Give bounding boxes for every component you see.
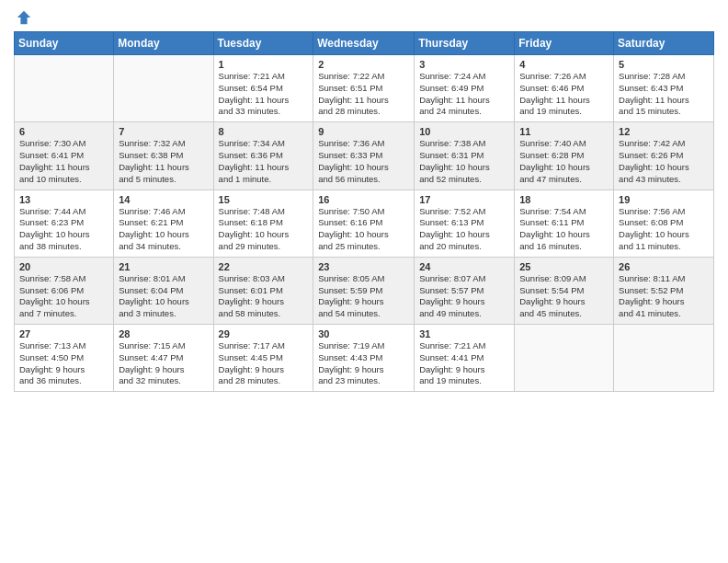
calendar-cell — [114, 55, 213, 122]
day-number: 17 — [419, 194, 509, 205]
day-info: Sunrise: 7:30 AM Sunset: 6:41 PM Dayligh… — [19, 138, 108, 185]
day-info: Sunrise: 7:50 AM Sunset: 6:16 PM Dayligh… — [318, 206, 409, 253]
calendar-cell: 19Sunrise: 7:56 AM Sunset: 6:08 PM Dayli… — [614, 190, 714, 257]
day-number: 15 — [219, 194, 309, 205]
day-info: Sunrise: 7:44 AM Sunset: 6:23 PM Dayligh… — [19, 206, 108, 253]
day-number: 14 — [119, 194, 208, 205]
day-info: Sunrise: 8:07 AM Sunset: 5:57 PM Dayligh… — [419, 273, 509, 320]
day-number: 26 — [619, 261, 709, 272]
day-info: Sunrise: 7:34 AM Sunset: 6:36 PM Dayligh… — [219, 138, 309, 185]
day-number: 22 — [219, 261, 309, 272]
day-info: Sunrise: 7:54 AM Sunset: 6:11 PM Dayligh… — [519, 206, 609, 253]
calendar-cell: 7Sunrise: 7:32 AM Sunset: 6:38 PM Daylig… — [114, 122, 213, 190]
day-number: 23 — [318, 261, 409, 272]
calendar-cell: 12Sunrise: 7:42 AM Sunset: 6:26 PM Dayli… — [614, 122, 714, 190]
day-number: 2 — [318, 59, 409, 70]
calendar-cell: 16Sunrise: 7:50 AM Sunset: 6:16 PM Dayli… — [313, 190, 415, 257]
calendar-cell: 3Sunrise: 7:24 AM Sunset: 6:49 PM Daylig… — [415, 55, 515, 122]
calendar-cell: 14Sunrise: 7:46 AM Sunset: 6:21 PM Dayli… — [114, 190, 213, 257]
calendar-cell: 20Sunrise: 7:58 AM Sunset: 6:06 PM Dayli… — [15, 257, 114, 324]
day-info: Sunrise: 7:46 AM Sunset: 6:21 PM Dayligh… — [119, 206, 208, 253]
calendar-cell: 28Sunrise: 7:15 AM Sunset: 4:47 PM Dayli… — [114, 325, 213, 392]
day-info: Sunrise: 7:28 AM Sunset: 6:43 PM Dayligh… — [619, 71, 709, 118]
day-number: 31 — [419, 328, 509, 339]
day-info: Sunrise: 8:11 AM Sunset: 5:52 PM Dayligh… — [619, 273, 709, 320]
day-info: Sunrise: 7:52 AM Sunset: 6:13 PM Dayligh… — [419, 206, 509, 253]
day-number: 25 — [519, 261, 609, 272]
page: SundayMondayTuesdayWednesdayThursdayFrid… — [0, 0, 728, 563]
calendar-cell: 1Sunrise: 7:21 AM Sunset: 6:54 PM Daylig… — [213, 55, 313, 122]
day-info: Sunrise: 7:32 AM Sunset: 6:38 PM Dayligh… — [119, 138, 208, 185]
day-number: 27 — [19, 328, 108, 339]
calendar-header-tuesday: Tuesday — [213, 32, 313, 55]
day-info: Sunrise: 7:17 AM Sunset: 4:45 PM Dayligh… — [219, 340, 309, 387]
day-info: Sunrise: 7:15 AM Sunset: 4:47 PM Dayligh… — [119, 340, 208, 387]
calendar-cell: 21Sunrise: 8:01 AM Sunset: 6:04 PM Dayli… — [114, 257, 213, 324]
calendar-cell: 17Sunrise: 7:52 AM Sunset: 6:13 PM Dayli… — [415, 190, 515, 257]
calendar-cell: 29Sunrise: 7:17 AM Sunset: 4:45 PM Dayli… — [213, 325, 313, 392]
day-info: Sunrise: 7:13 AM Sunset: 4:50 PM Dayligh… — [19, 340, 108, 387]
logo — [14, 9, 32, 26]
calendar-week-2: 13Sunrise: 7:44 AM Sunset: 6:23 PM Dayli… — [15, 190, 714, 257]
day-number: 20 — [19, 261, 108, 272]
calendar-cell: 2Sunrise: 7:22 AM Sunset: 6:51 PM Daylig… — [313, 55, 415, 122]
day-number: 29 — [219, 328, 309, 339]
calendar-header-monday: Monday — [114, 32, 213, 55]
calendar-header-saturday: Saturday — [614, 32, 714, 55]
day-number: 21 — [119, 261, 208, 272]
header — [14, 9, 714, 26]
calendar-cell: 10Sunrise: 7:38 AM Sunset: 6:31 PM Dayli… — [415, 122, 515, 190]
day-info: Sunrise: 7:26 AM Sunset: 6:46 PM Dayligh… — [519, 71, 609, 118]
calendar-header-row: SundayMondayTuesdayWednesdayThursdayFrid… — [15, 32, 714, 55]
calendar-cell: 18Sunrise: 7:54 AM Sunset: 6:11 PM Dayli… — [515, 190, 614, 257]
calendar-cell: 13Sunrise: 7:44 AM Sunset: 6:23 PM Dayli… — [15, 190, 114, 257]
calendar-cell: 8Sunrise: 7:34 AM Sunset: 6:36 PM Daylig… — [213, 122, 313, 190]
day-info: Sunrise: 8:03 AM Sunset: 6:01 PM Dayligh… — [219, 273, 309, 320]
calendar-cell: 31Sunrise: 7:21 AM Sunset: 4:41 PM Dayli… — [415, 325, 515, 392]
calendar-cell — [614, 325, 714, 392]
day-number: 19 — [619, 194, 709, 205]
calendar-week-0: 1Sunrise: 7:21 AM Sunset: 6:54 PM Daylig… — [15, 55, 714, 122]
logo-icon — [16, 9, 32, 26]
day-number: 18 — [519, 194, 609, 205]
calendar-cell: 11Sunrise: 7:40 AM Sunset: 6:28 PM Dayli… — [515, 122, 614, 190]
day-number: 10 — [419, 126, 509, 137]
calendar-cell: 5Sunrise: 7:28 AM Sunset: 6:43 PM Daylig… — [614, 55, 714, 122]
calendar-cell: 6Sunrise: 7:30 AM Sunset: 6:41 PM Daylig… — [15, 122, 114, 190]
calendar-week-4: 27Sunrise: 7:13 AM Sunset: 4:50 PM Dayli… — [15, 325, 714, 392]
calendar-cell: 24Sunrise: 8:07 AM Sunset: 5:57 PM Dayli… — [415, 257, 515, 324]
calendar-week-3: 20Sunrise: 7:58 AM Sunset: 6:06 PM Dayli… — [15, 257, 714, 324]
day-info: Sunrise: 8:09 AM Sunset: 5:54 PM Dayligh… — [519, 273, 609, 320]
day-info: Sunrise: 7:24 AM Sunset: 6:49 PM Dayligh… — [419, 71, 509, 118]
day-number: 7 — [119, 126, 208, 137]
day-number: 9 — [318, 126, 409, 137]
day-number: 8 — [219, 126, 309, 137]
day-number: 4 — [519, 59, 609, 70]
day-number: 28 — [119, 328, 208, 339]
day-number: 1 — [219, 59, 309, 70]
day-number: 11 — [519, 126, 609, 137]
calendar-cell: 4Sunrise: 7:26 AM Sunset: 6:46 PM Daylig… — [515, 55, 614, 122]
calendar-header-sunday: Sunday — [15, 32, 114, 55]
day-info: Sunrise: 7:48 AM Sunset: 6:18 PM Dayligh… — [219, 206, 309, 253]
day-number: 24 — [419, 261, 509, 272]
calendar: SundayMondayTuesdayWednesdayThursdayFrid… — [14, 31, 714, 392]
calendar-cell: 27Sunrise: 7:13 AM Sunset: 4:50 PM Dayli… — [15, 325, 114, 392]
calendar-cell: 15Sunrise: 7:48 AM Sunset: 6:18 PM Dayli… — [213, 190, 313, 257]
day-info: Sunrise: 7:36 AM Sunset: 6:33 PM Dayligh… — [318, 138, 409, 185]
day-info: Sunrise: 7:22 AM Sunset: 6:51 PM Dayligh… — [318, 71, 409, 118]
calendar-header-friday: Friday — [515, 32, 614, 55]
day-info: Sunrise: 7:38 AM Sunset: 6:31 PM Dayligh… — [419, 138, 509, 185]
calendar-cell: 9Sunrise: 7:36 AM Sunset: 6:33 PM Daylig… — [313, 122, 415, 190]
calendar-cell: 23Sunrise: 8:05 AM Sunset: 5:59 PM Dayli… — [313, 257, 415, 324]
day-info: Sunrise: 7:21 AM Sunset: 4:41 PM Dayligh… — [419, 340, 509, 387]
calendar-cell: 25Sunrise: 8:09 AM Sunset: 5:54 PM Dayli… — [515, 257, 614, 324]
day-number: 5 — [619, 59, 709, 70]
day-info: Sunrise: 7:21 AM Sunset: 6:54 PM Dayligh… — [219, 71, 309, 118]
day-number: 3 — [419, 59, 509, 70]
day-number: 12 — [619, 126, 709, 137]
calendar-week-1: 6Sunrise: 7:30 AM Sunset: 6:41 PM Daylig… — [15, 122, 714, 190]
day-info: Sunrise: 7:42 AM Sunset: 6:26 PM Dayligh… — [619, 138, 709, 185]
calendar-cell — [15, 55, 114, 122]
day-number: 16 — [318, 194, 409, 205]
